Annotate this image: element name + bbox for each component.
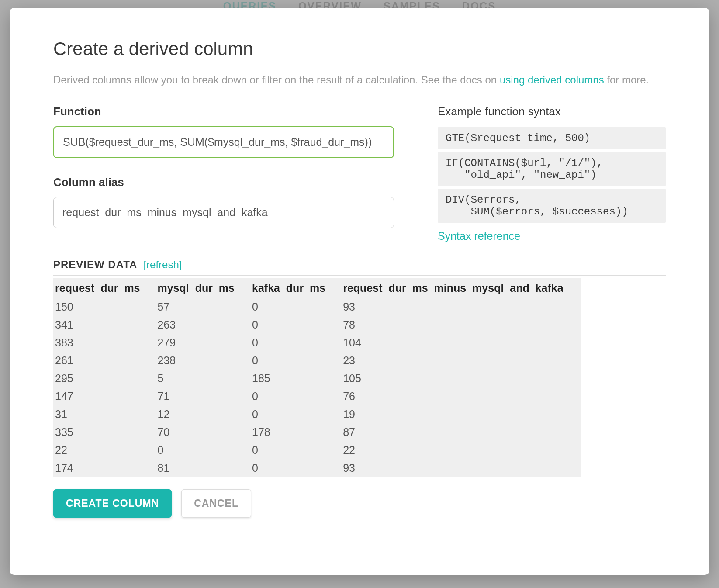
table-cell: 150 — [53, 298, 158, 316]
example-syntax-3: DIV($errors, SUM($errors, $successes)) — [438, 189, 666, 223]
alias-input[interactable] — [53, 197, 394, 228]
table-cell: 71 — [158, 387, 252, 405]
table-row: 3357017887 — [53, 423, 581, 441]
table-cell: 0 — [252, 459, 343, 477]
table-cell: 279 — [158, 334, 252, 352]
table-cell: 238 — [158, 352, 252, 370]
example-syntax-2: IF(CONTAINS($url, "/1/"), "old_api", "ne… — [438, 152, 666, 186]
table-cell: 0 — [252, 441, 343, 459]
table-row: 2955185105 — [53, 370, 581, 387]
table-cell: 185 — [252, 370, 343, 387]
table-cell: 295 — [53, 370, 158, 387]
table-cell: 0 — [252, 387, 343, 405]
example-syntax-1: GTE($request_time, 500) — [438, 127, 666, 149]
table-cell: 263 — [158, 316, 252, 334]
table-cell: 0 — [252, 298, 343, 316]
table-cell: 57 — [158, 298, 252, 316]
table-cell: 0 — [252, 405, 343, 423]
create-column-button[interactable]: CREATE COLUMN — [53, 489, 172, 518]
description-text-pre: Derived columns allow you to break down … — [53, 74, 500, 86]
table-cell: 81 — [158, 459, 252, 477]
create-derived-column-modal: Create a derived column Derived columns … — [10, 8, 709, 575]
table-cell: 87 — [343, 423, 581, 441]
table-row: 17481093 — [53, 459, 581, 477]
modal-title: Create a derived column — [53, 38, 666, 59]
table-cell: 19 — [343, 405, 581, 423]
description-text-post: for more. — [604, 74, 649, 86]
preview-col-0: request_dur_ms — [53, 278, 158, 298]
table-cell: 76 — [343, 387, 581, 405]
function-label: Function — [53, 105, 394, 118]
preview-data-label: PREVIEW DATA — [53, 259, 137, 271]
cancel-button[interactable]: CANCEL — [181, 489, 251, 518]
table-cell: 341 — [53, 316, 158, 334]
syntax-reference-link[interactable]: Syntax reference — [438, 230, 520, 242]
preview-col-3: request_dur_ms_minus_mysql_and_kafka — [343, 278, 581, 298]
table-cell: 93 — [343, 459, 581, 477]
table-cell: 0 — [158, 441, 252, 459]
refresh-link[interactable]: [refresh] — [143, 259, 182, 271]
alias-label: Column alias — [53, 176, 394, 189]
table-row: 261238023 — [53, 352, 581, 370]
table-cell: 261 — [53, 352, 158, 370]
example-heading: Example function syntax — [438, 105, 666, 118]
table-cell: 70 — [158, 423, 252, 441]
table-cell: 78 — [343, 316, 581, 334]
preview-col-2: kafka_dur_ms — [252, 278, 343, 298]
table-row: 220022 — [53, 441, 581, 459]
table-cell: 0 — [252, 316, 343, 334]
table-row: 3832790104 — [53, 334, 581, 352]
table-cell: 31 — [53, 405, 158, 423]
table-cell: 23 — [343, 352, 581, 370]
function-input[interactable] — [53, 126, 394, 158]
table-cell: 335 — [53, 423, 158, 441]
table-row: 3112019 — [53, 405, 581, 423]
table-cell: 178 — [252, 423, 343, 441]
table-cell: 22 — [53, 441, 158, 459]
table-cell: 105 — [343, 370, 581, 387]
preview-table: request_dur_msmysql_dur_mskafka_dur_msre… — [53, 278, 581, 477]
modal-description: Derived columns allow you to break down … — [53, 73, 666, 87]
docs-link[interactable]: using derived columns — [500, 74, 604, 86]
table-cell: 383 — [53, 334, 158, 352]
table-row: 341263078 — [53, 316, 581, 334]
table-cell: 22 — [343, 441, 581, 459]
table-cell: 5 — [158, 370, 252, 387]
preview-col-1: mysql_dur_ms — [158, 278, 252, 298]
table-row: 14771076 — [53, 387, 581, 405]
table-row: 15057093 — [53, 298, 581, 316]
table-cell: 147 — [53, 387, 158, 405]
table-cell: 174 — [53, 459, 158, 477]
table-cell: 0 — [252, 352, 343, 370]
table-cell: 0 — [252, 334, 343, 352]
table-cell: 93 — [343, 298, 581, 316]
table-cell: 12 — [158, 405, 252, 423]
table-cell: 104 — [343, 334, 581, 352]
